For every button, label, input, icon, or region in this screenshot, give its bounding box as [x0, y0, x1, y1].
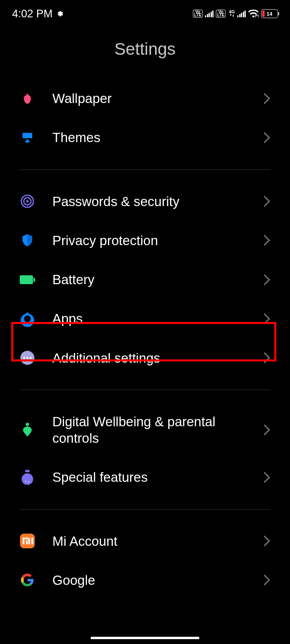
- settings-item-privacy-protection[interactable]: Privacy protection: [19, 221, 271, 260]
- wallpaper-icon: [19, 91, 35, 107]
- chevron-right-icon: [263, 132, 271, 144]
- svg-point-7: [23, 357, 25, 359]
- network-type-label: 4G: [229, 10, 235, 17]
- settings-section-system: Passwords & security Privacy protection …: [19, 182, 271, 390]
- settings-item-google[interactable]: Google: [19, 561, 271, 588]
- svg-point-8: [27, 357, 29, 359]
- special-features-icon: [19, 469, 35, 485]
- additional-settings-icon: [19, 350, 35, 366]
- settings-item-special-features[interactable]: Special features: [19, 458, 271, 497]
- list-item-label: Additional settings: [52, 350, 246, 366]
- battery-level: 14: [261, 11, 278, 17]
- list-item-label: Passwords & security: [52, 193, 246, 210]
- chevron-right-icon: [263, 93, 271, 105]
- chevron-right-icon: [263, 352, 271, 364]
- svg-point-9: [30, 357, 32, 359]
- chevron-right-icon: [263, 274, 271, 286]
- status-right-group: VoLTE VoLTE 4G 14: [193, 9, 278, 18]
- settings-item-additional-settings[interactable]: Additional settings: [19, 339, 271, 378]
- signal-bars-2-icon: [237, 10, 246, 17]
- chevron-right-icon: [263, 234, 271, 246]
- svg-point-3: [26, 200, 29, 202]
- svg-point-13: [25, 481, 26, 482]
- svg-point-14: [28, 481, 29, 483]
- chevron-right-icon: [263, 471, 271, 483]
- settings-item-apps[interactable]: Apps: [19, 299, 271, 338]
- list-item-label: Apps: [52, 310, 246, 327]
- settings-item-passwords-security[interactable]: Passwords & security: [19, 182, 271, 221]
- list-item-label: Privacy protection: [52, 232, 246, 249]
- status-left-group: 4:02 PM: [12, 8, 63, 20]
- settings-item-themes[interactable]: Themes: [19, 118, 271, 157]
- svg-point-12: [22, 473, 33, 485]
- list-item-label: Digital Wellbeing & parental controls: [52, 413, 246, 447]
- settings-item-wallpaper[interactable]: Wallpaper: [19, 79, 271, 118]
- chevron-right-icon: [263, 535, 271, 547]
- gear-icon: [56, 10, 63, 17]
- digital-wellbeing-icon: [19, 422, 35, 438]
- list-item-label: Themes: [52, 129, 246, 146]
- status-bar: 4:02 PM VoLTE VoLTE 4G 14: [0, 0, 290, 24]
- list-item-label: Battery: [52, 271, 246, 288]
- list-item-label: Special features: [52, 469, 246, 485]
- fingerprint-icon: [19, 193, 35, 209]
- svg-rect-5: [33, 278, 35, 282]
- apps-icon: [19, 311, 35, 327]
- chevron-right-icon: [263, 424, 271, 436]
- home-indicator[interactable]: [91, 637, 199, 639]
- clock-time: 4:02 PM: [12, 8, 53, 20]
- battery-icon: 14: [261, 9, 278, 18]
- chevron-right-icon: [263, 313, 271, 325]
- svg-rect-4: [20, 275, 33, 284]
- settings-item-digital-wellbeing[interactable]: Digital Wellbeing & parental controls: [19, 402, 271, 458]
- wifi-icon: [248, 10, 259, 18]
- svg-point-10: [26, 423, 29, 426]
- settings-section-accounts: Mi Account Google: [19, 522, 271, 601]
- list-item-label: Mi Account: [52, 533, 246, 549]
- settings-section-appearance: Wallpaper Themes: [19, 79, 271, 170]
- chevron-right-icon: [263, 195, 271, 207]
- chevron-right-icon: [263, 574, 271, 586]
- battery-icon: [19, 272, 35, 288]
- page-title: Settings: [0, 39, 290, 59]
- google-logo-icon: [19, 572, 35, 588]
- settings-item-battery[interactable]: Battery: [19, 260, 271, 299]
- list-item-label: Wallpaper: [52, 90, 246, 107]
- settings-item-mi-account[interactable]: Mi Account: [19, 522, 271, 561]
- svg-point-0: [255, 14, 259, 18]
- volte-badge-2-icon: VoLTE: [216, 10, 226, 18]
- themes-icon: [19, 130, 35, 146]
- svg-rect-11: [25, 470, 29, 472]
- settings-section-extras: Digital Wellbeing & parental controls Sp…: [19, 402, 271, 510]
- mi-logo-icon: [19, 533, 35, 549]
- volte-badge-1-icon: VoLTE: [193, 10, 203, 18]
- shield-icon: [19, 232, 35, 248]
- signal-bars-1-icon: [205, 10, 213, 17]
- list-item-label: Google: [52, 572, 246, 588]
